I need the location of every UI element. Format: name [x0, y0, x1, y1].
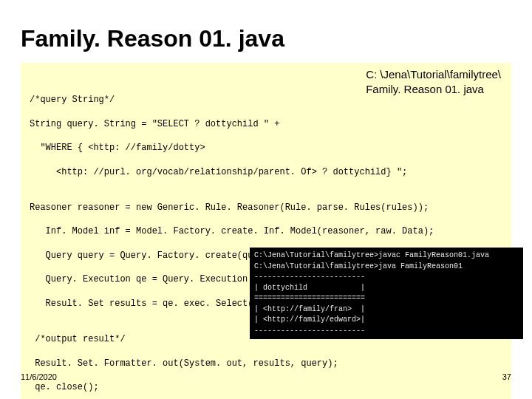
- slide-title: Family. Reason 01. java: [21, 25, 511, 52]
- term-line: | <http://family/edward>|: [254, 316, 365, 324]
- footer: 11/6/2020 37: [21, 372, 511, 381]
- term-line: -------------------------: [254, 273, 365, 281]
- code-line: String query. String = "SELECT ? dottych…: [30, 118, 502, 130]
- code-line: Inf. Model inf = Model. Factory. create.…: [30, 225, 502, 237]
- footer-date: 11/6/2020: [21, 372, 57, 381]
- term-line: | dottychild |: [254, 284, 365, 292]
- path-label: C: \Jena\Tutorial\familytree\ Family. Re…: [366, 67, 501, 96]
- term-line: C:\Jena\Tutorial\familytree>javac Family…: [254, 251, 489, 259]
- footer-page: 37: [502, 372, 511, 381]
- code-line: "WHERE { <http: //family/dotty>: [30, 142, 502, 154]
- term-line: -------------------------: [254, 327, 365, 335]
- code-block: C: \Jena\Tutorial\familytree\ Family. Re…: [21, 63, 511, 399]
- slide: Family. Reason 01. java C: \Jena\Tutoria…: [0, 0, 532, 399]
- terminal-output: C:\Jena\Tutorial\familytree>javac Family…: [250, 248, 523, 339]
- path-line1: C: \Jena\Tutorial\familytree\: [366, 68, 501, 81]
- path-line2: Family. Reason 01. java: [366, 83, 484, 95]
- code-line: Result. Set. Formatter. out(System. out,…: [30, 358, 502, 369]
- code-line: Reasoner reasoner = new Generic. Rule. R…: [30, 202, 502, 214]
- term-line: | <http://family/fran> |: [254, 305, 365, 313]
- term-line: C:\Jena\Tutorial\familytree>java FamilyR…: [254, 262, 463, 270]
- code-line: <http: //purl. org/vocab/relationship/pa…: [30, 166, 502, 178]
- term-line: =========================: [254, 294, 365, 302]
- code-line: qe. close();: [30, 381, 502, 393]
